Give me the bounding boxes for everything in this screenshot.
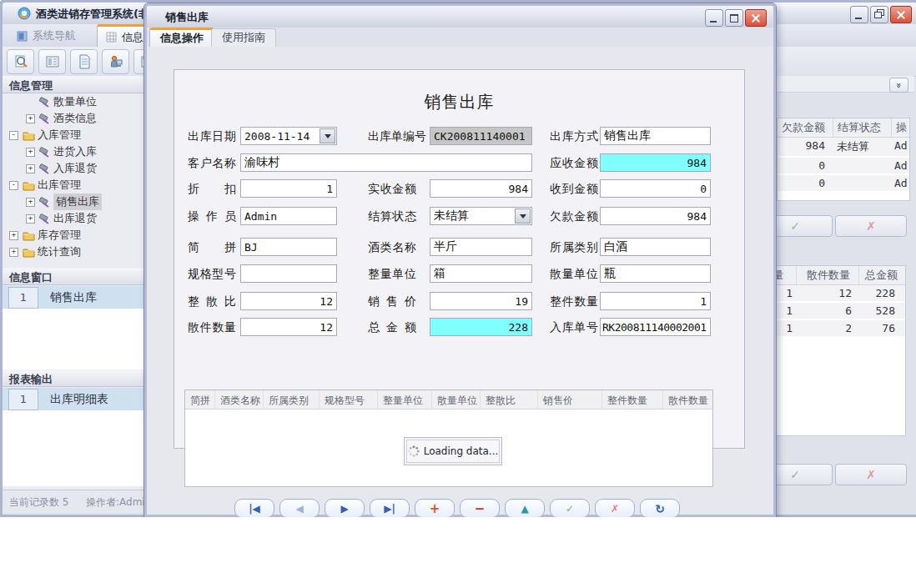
settle-status-combo[interactable]: 未结算 [430, 207, 532, 225]
expand-icon[interactable]: + [26, 164, 35, 173]
tree-item-sales-outbound[interactable]: + 销售出库 [3, 193, 149, 210]
tree-item-wine-info[interactable]: + 酒类信息 [3, 110, 149, 127]
loose-qty-field[interactable]: 12 [240, 318, 337, 336]
collapse-icon[interactable]: - [9, 181, 18, 190]
tree-item-inbound-mgmt[interactable]: - 入库管理 [3, 127, 149, 143]
nav-insert-button[interactable]: + [415, 499, 455, 517]
bulk-unit-field[interactable]: 箱 [430, 264, 532, 283]
discount-field[interactable]: 1 [240, 179, 337, 198]
tree-item-bulk-unit[interactable]: 散量单位 [3, 93, 149, 110]
operator-toolbar-button[interactable] [102, 49, 129, 74]
wine-name-field[interactable]: 半斤 [430, 238, 532, 256]
sidebar-group-report-title[interactable]: 报表输出 [3, 369, 149, 387]
nav-edit-button[interactable]: ▲ [505, 499, 545, 517]
dialog-close-button[interactable] [745, 9, 767, 27]
field-label: 出库单编号 [368, 127, 426, 145]
tab-system-nav[interactable]: 系统导航 [8, 26, 84, 46]
dropdown-arrow-icon[interactable] [320, 128, 335, 143]
total-amount-field[interactable]: 228 [430, 318, 532, 336]
nav-first-button[interactable]: |◀ [234, 499, 274, 517]
customer-name-field[interactable]: 渝味村 [240, 153, 532, 172]
column-header[interactable]: 操 [891, 118, 909, 137]
form-toolbar-button[interactable] [38, 49, 66, 74]
expand-icon[interactable]: + [26, 114, 35, 123]
expand-icon[interactable]: + [9, 231, 18, 240]
dialog-minimize-button[interactable] [705, 9, 723, 27]
inbound-doc-field[interactable]: RK200811140002001 [600, 318, 711, 336]
field-label: 整散比 [188, 292, 236, 310]
field-label: 收到金额 [550, 179, 598, 198]
dialog-titlebar[interactable]: 销售出库 [147, 6, 773, 28]
search-toolbar-button[interactable] [7, 49, 34, 74]
column-header[interactable]: 散件数量 [663, 390, 712, 409]
paid-amount-field[interactable]: 984 [430, 179, 532, 198]
expand-icon[interactable]: + [9, 248, 18, 257]
dialog-tab-user-guide[interactable]: 使用指南 [211, 28, 276, 47]
expand-icon[interactable]: + [26, 214, 35, 224]
category-field[interactable]: 白酒 [600, 238, 711, 256]
tree-item-label: 出库管理 [38, 178, 81, 193]
expand-icon[interactable]: + [26, 198, 35, 207]
received-amount-field[interactable]: 0 [600, 179, 711, 198]
debt-amount-field[interactable]: 984 [600, 207, 711, 225]
out-type-field[interactable]: 销售出库 [600, 127, 711, 145]
sidebar-group-msg-title[interactable]: 信息窗口 [3, 268, 149, 285]
column-header[interactable]: 所属类别 [264, 390, 320, 409]
column-header[interactable]: 规格型号 [320, 390, 378, 409]
column-header[interactable]: 散量单位 [432, 390, 481, 409]
main-restore-button[interactable] [870, 6, 888, 23]
column-header[interactable]: 酒类名称 [215, 390, 264, 409]
column-header[interactable]: 销售价 [538, 390, 602, 409]
column-header[interactable]: 简拼 [185, 390, 215, 409]
tree-item-purchase-inbound[interactable]: + 进货入库 [3, 143, 149, 160]
form-icon [45, 54, 60, 69]
tree-item-stock-mgmt[interactable]: + 库存管理 [3, 227, 149, 244]
column-header[interactable]: 结算状态 [833, 118, 891, 137]
ratio-field[interactable]: 12 [240, 292, 337, 310]
column-header[interactable]: 散件数量 [796, 266, 858, 284]
main-close-button[interactable] [890, 6, 912, 23]
column-header[interactable]: 整量单位 [378, 390, 432, 409]
tree-item-statistics[interactable]: + 统计查询 [3, 244, 149, 260]
operator-field[interactable]: Admin [240, 207, 337, 225]
dropdown-arrow-icon[interactable] [515, 209, 531, 224]
tree-item-outbound-mgmt[interactable]: - 出库管理 [3, 177, 149, 193]
column-header[interactable]: 总金额 [858, 266, 905, 284]
nav-prev-button[interactable]: ◀ [279, 499, 320, 517]
nav-post-button[interactable]: ✓ [550, 499, 590, 517]
receivable-amount-field[interactable]: 984 [600, 153, 711, 172]
nav-last-button[interactable]: ▶| [370, 499, 410, 517]
list-item[interactable]: 1 销售出库 [3, 286, 149, 309]
cancel-button[interactable]: ✗ [835, 464, 907, 485]
document-toolbar-button[interactable] [70, 49, 98, 74]
nav-cancel-button[interactable]: ✗ [595, 499, 635, 517]
refresh-icon: ↻ [655, 502, 665, 515]
price-field[interactable]: 19 [430, 292, 532, 310]
column-header[interactable]: 整件数量 [602, 390, 663, 409]
table-row[interactable]: 0 Ad [778, 175, 909, 193]
nav-refresh-button[interactable]: ↻ [640, 499, 680, 517]
pinyin-field[interactable]: BJ [240, 238, 337, 256]
dialog-tab-info-operation[interactable]: 信息操作 [149, 28, 214, 48]
table-row[interactable]: 984 未结算 Ad [778, 138, 909, 158]
expand-icon[interactable]: + [26, 148, 35, 157]
column-header[interactable]: 欠款金额 [778, 118, 833, 137]
nav-delete-button[interactable]: − [460, 499, 500, 517]
table-row[interactable]: 0 Ad [778, 158, 909, 175]
whole-qty-field[interactable]: 1 [600, 292, 711, 310]
out-date-combo[interactable]: 2008-11-14 [240, 127, 337, 145]
main-minimize-button[interactable] [850, 6, 868, 23]
nav-next-button[interactable]: ▶ [325, 499, 365, 517]
cancel-button[interactable]: ✗ [835, 215, 907, 237]
sidebar-group-info-title[interactable]: 信息管理 [3, 76, 149, 93]
loose-unit-field[interactable]: 瓶 [600, 264, 711, 283]
loading-indicator: Loading data... [404, 437, 502, 465]
tree-item-outbound-return[interactable]: + 出库退货 [3, 210, 149, 227]
column-header[interactable]: 整散比 [481, 390, 538, 409]
dialog-maximize-button[interactable] [725, 9, 743, 27]
collapse-icon[interactable]: - [9, 131, 18, 140]
tree-item-inbound-return[interactable]: + 入库退货 [3, 160, 149, 177]
spec-field[interactable] [240, 264, 337, 283]
list-item[interactable]: 1 出库明细表 [3, 388, 149, 410]
collapse-panel-button[interactable]: » [889, 78, 908, 93]
